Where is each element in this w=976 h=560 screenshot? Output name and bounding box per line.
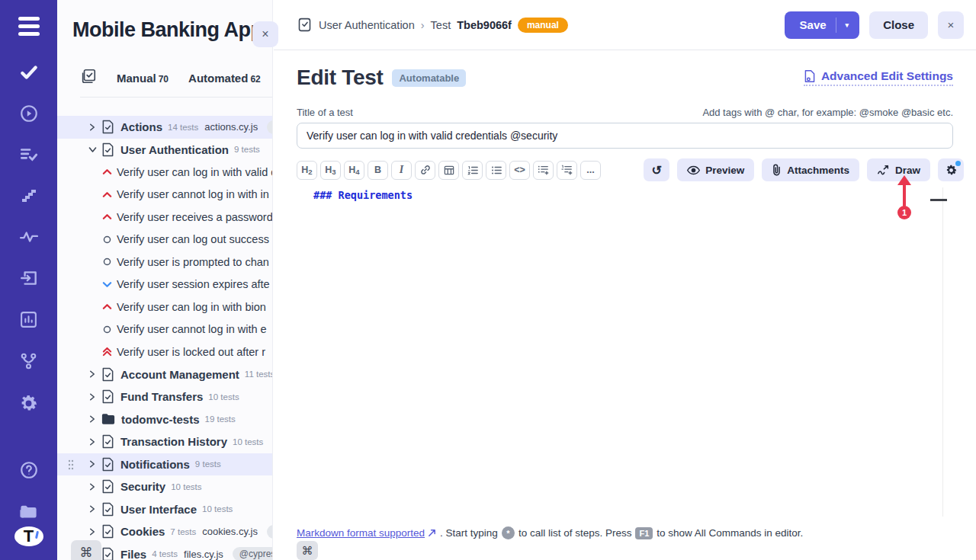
tree-suite-transaction-history[interactable]: Transaction History10 tests bbox=[57, 430, 273, 453]
format-bold-button[interactable]: B bbox=[368, 161, 388, 180]
format-bullet-list-button[interactable] bbox=[486, 161, 506, 180]
priority-high-icon bbox=[101, 191, 113, 198]
format-h4-button[interactable]: H4 bbox=[344, 161, 364, 180]
tree-suite-notifications[interactable]: Notifications9 tests bbox=[57, 453, 273, 476]
breadcrumb: User Authentication › Test Tbeb9066f man… bbox=[297, 17, 568, 33]
advanced-edit-settings-link[interactable]: Advanced Edit Settings bbox=[804, 69, 953, 86]
markdown-editor[interactable]: ### Requirements bbox=[297, 183, 964, 518]
format-ordered-list-add-button[interactable] bbox=[557, 161, 577, 180]
file-check-icon bbox=[101, 524, 114, 539]
dismiss-button[interactable]: × bbox=[938, 11, 964, 39]
import-icon[interactable] bbox=[14, 263, 44, 293]
analytics-chart-icon[interactable] bbox=[14, 304, 44, 334]
app-icon-rail: T bbox=[0, 0, 57, 560]
chevron-right-icon[interactable] bbox=[86, 504, 98, 514]
format-h3-button[interactable]: H3 bbox=[320, 161, 341, 180]
draw-squiggle-icon bbox=[877, 165, 890, 176]
breadcrumb-parent[interactable]: User Authentication bbox=[319, 19, 415, 31]
chevron-right-icon[interactable] bbox=[86, 459, 98, 469]
editor-resize-handle[interactable] bbox=[930, 199, 947, 201]
tree-suite-security[interactable]: Security10 tests bbox=[57, 475, 273, 498]
draw-button[interactable]: Draw bbox=[867, 158, 930, 181]
format-more-button[interactable]: ... bbox=[580, 161, 601, 180]
tree-test-item[interactable]: Verify user can log in with bion bbox=[57, 296, 273, 318]
help-icon[interactable] bbox=[14, 455, 44, 485]
save-split-divider bbox=[836, 18, 836, 33]
chevron-right-icon[interactable] bbox=[86, 482, 98, 491]
attachments-button[interactable]: Attachments bbox=[762, 158, 859, 181]
format-link-button[interactable] bbox=[415, 161, 435, 180]
tree-test-item[interactable]: Verify user cannot log in with in bbox=[57, 184, 273, 206]
projects-folder-icon[interactable] bbox=[14, 496, 44, 526]
tree-suite-user-interface[interactable]: User Interface10 tests bbox=[57, 498, 273, 521]
tree-test-item[interactable]: Verify user is locked out after r bbox=[57, 341, 273, 363]
editor-guide-line bbox=[942, 187, 943, 517]
tree-suite-actions[interactable]: Actions14 testsactions.cy.js@c bbox=[57, 116, 273, 139]
editor-settings-button[interactable] bbox=[938, 158, 964, 181]
format-h2-button[interactable]: H2 bbox=[297, 161, 317, 180]
format-italic-button[interactable]: I bbox=[391, 161, 412, 180]
tab-automated[interactable]: Automated62 bbox=[188, 72, 261, 85]
file-check-icon bbox=[101, 120, 114, 134]
file-check-icon bbox=[101, 367, 114, 382]
history-button[interactable]: ↺ bbox=[644, 158, 669, 181]
format-table-button[interactable] bbox=[438, 161, 459, 180]
chevron-right-icon[interactable] bbox=[86, 414, 98, 424]
format-code-button[interactable]: <> bbox=[509, 161, 530, 180]
panel-command-key-button[interactable]: ⌘ bbox=[71, 540, 101, 560]
settings-gear-icon[interactable] bbox=[14, 388, 44, 418]
tab-manual[interactable]: Manual70 bbox=[117, 72, 169, 85]
chevron-right-icon[interactable] bbox=[86, 123, 98, 132]
branch-icon[interactable] bbox=[14, 345, 44, 376]
editor-content[interactable]: ### Requirements bbox=[297, 183, 964, 201]
chevron-right-icon[interactable] bbox=[86, 370, 98, 379]
eye-icon bbox=[687, 165, 700, 175]
title-field-label: Title of a test bbox=[297, 107, 353, 118]
suites-tree: Actions14 testsactions.cy.js@cUser Authe… bbox=[57, 116, 273, 560]
tests-check-icon[interactable] bbox=[14, 57, 44, 88]
format-bullet-list-add-button[interactable] bbox=[533, 161, 554, 180]
tree-test-item[interactable]: Verify user is prompted to chan bbox=[57, 251, 273, 274]
suites-panel: Mobile Banking App Manual70 Automated62 … bbox=[57, 0, 273, 560]
test-title-input[interactable] bbox=[297, 123, 953, 149]
tree-suite-fund-transfers[interactable]: Fund Transfers10 tests bbox=[57, 386, 273, 408]
chevron-right-icon[interactable] bbox=[86, 527, 98, 536]
runs-play-icon[interactable] bbox=[14, 98, 44, 129]
chevron-down-icon[interactable] bbox=[86, 145, 98, 155]
pulse-activity-icon[interactable] bbox=[14, 222, 44, 252]
format-ordered-list-button[interactable] bbox=[462, 161, 483, 180]
chevron-right-icon[interactable] bbox=[86, 437, 98, 446]
collapse-panel-button[interactable]: × bbox=[252, 21, 278, 47]
save-dropdown-caret[interactable]: ▾ bbox=[846, 21, 849, 29]
tree-test-item[interactable]: Verify user cannot log in with e bbox=[57, 318, 273, 341]
save-button[interactable]: Save ▾ bbox=[785, 11, 860, 39]
tree-test-item[interactable]: Verify user can log in with valid creden… bbox=[57, 161, 273, 184]
tree-suite-todomvc-tests[interactable]: todomvc-tests19 tests bbox=[57, 408, 273, 431]
app-logo[interactable]: T bbox=[14, 526, 43, 546]
automatable-badge: Automatable bbox=[392, 69, 466, 87]
milestones-steps-icon[interactable] bbox=[14, 181, 44, 211]
test-doc-check-icon bbox=[297, 17, 313, 33]
tree-suite-account-management[interactable]: Account Management11 tests bbox=[57, 363, 273, 386]
menu-icon[interactable] bbox=[14, 17, 44, 36]
preview-button[interactable]: Preview bbox=[677, 158, 754, 181]
priority-normal-icon bbox=[101, 325, 113, 334]
tags-hint: Add tags with @ char, for example: @smok… bbox=[702, 107, 953, 118]
test-plans-icon[interactable] bbox=[14, 139, 44, 170]
folder-icon bbox=[101, 413, 115, 425]
tree-test-item[interactable]: Verify user can log out success bbox=[57, 229, 273, 251]
test-id: Tbeb9066f bbox=[457, 19, 512, 31]
close-button[interactable]: Close bbox=[869, 11, 928, 39]
test-header-bar: User Authentication › Test Tbeb9066f man… bbox=[274, 0, 976, 50]
file-check-icon bbox=[101, 142, 114, 157]
chevron-right-icon[interactable] bbox=[86, 392, 98, 402]
paperclip-icon bbox=[772, 164, 782, 176]
main-command-key-button[interactable]: ⌘ bbox=[297, 541, 318, 560]
file-check-icon bbox=[101, 457, 114, 472]
file-check-icon bbox=[101, 389, 114, 404]
tree-test-item[interactable]: Verify user session expires afte bbox=[57, 274, 273, 296]
drag-handle-icon[interactable] bbox=[68, 459, 75, 473]
markdown-help-link[interactable]: Markdown format supported bbox=[297, 527, 436, 539]
tree-suite-user-authentication[interactable]: User Authentication9 tests bbox=[57, 139, 273, 162]
tree-test-item[interactable]: Verify user receives a password bbox=[57, 206, 273, 229]
